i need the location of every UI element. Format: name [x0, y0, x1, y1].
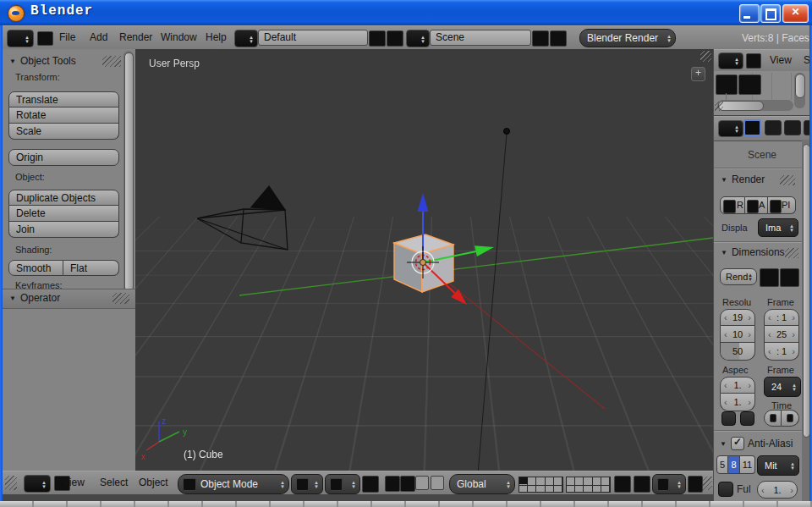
aspect-y-stepper[interactable]: 1. [720, 394, 755, 411]
shading-dropdown[interactable] [291, 474, 323, 494]
outliner-h-scrollbar[interactable] [717, 100, 793, 111]
area-corner-grip[interactable] [715, 102, 723, 111]
resolution-percent-slider[interactable]: 50 [720, 343, 755, 361]
delete-layout-button[interactable] [387, 30, 403, 47]
render-panel-header[interactable]: ▼Render [721, 174, 765, 185]
menu-help[interactable]: Help [206, 26, 227, 49]
render-animation-button[interactable]: A [745, 196, 768, 214]
join-button[interactable]: Join [8, 222, 119, 238]
full-sample-checkbox[interactable] [718, 482, 733, 497]
mode-dropdown[interactable]: Object Mode [178, 474, 289, 494]
area-corner-grip[interactable] [5, 476, 17, 490]
frame-end-stepper[interactable]: 25 [764, 326, 799, 343]
antialias-panel-header[interactable]: ▼ [720, 438, 731, 449]
lamp-object[interactable] [478, 129, 510, 471]
translate-button[interactable]: Translate [8, 91, 119, 107]
tab-scene[interactable] [765, 120, 782, 135]
viewport-3d[interactable]: z y x User Persp (1) Cube + [135, 49, 713, 471]
border-checkbox[interactable] [721, 411, 736, 426]
menu-file[interactable]: File [59, 26, 75, 49]
filter-dropdown[interactable]: Mit [757, 455, 799, 476]
rotate-button[interactable]: Rotate [8, 107, 119, 124]
outliner-item-icon[interactable] [716, 74, 738, 95]
frame-step-stepper[interactable]: : 1 [764, 343, 799, 361]
minimize-button[interactable] [739, 4, 760, 23]
framerate-dropdown[interactable]: 24 [764, 377, 801, 397]
screen-layout-dropdown[interactable] [234, 30, 258, 47]
add-scene-button[interactable] [532, 30, 549, 47]
scrollbar-thumb[interactable] [718, 101, 764, 111]
layers-grid-1[interactable] [518, 477, 563, 493]
maximize-button[interactable] [760, 4, 781, 23]
tool-shelf-scrollbar[interactable] [123, 51, 134, 295]
add-layout-button[interactable] [369, 30, 386, 47]
viewport-canvas[interactable]: z y x User Persp (1) Cube [135, 49, 713, 471]
smooth-button[interactable]: Smooth [8, 260, 63, 276]
samples-11-button[interactable]: 11 [740, 455, 755, 474]
area-corner-grip[interactable] [703, 477, 712, 490]
region-expand-button[interactable]: + [691, 67, 705, 81]
manipulator-translate-toggle[interactable] [400, 476, 415, 492]
scene-field[interactable]: Scene [430, 30, 531, 46]
menu-collapse-toggle[interactable] [746, 53, 761, 69]
panel-drag-grip[interactable] [112, 293, 129, 304]
render-play-button[interactable]: PI [768, 196, 796, 214]
render-image-button[interactable]: R [720, 196, 745, 214]
editor-type-dropdown[interactable] [718, 52, 743, 69]
outliner-v-scrollbar[interactable] [794, 73, 805, 108]
tab-world[interactable] [784, 120, 801, 135]
samples-8-button-active[interactable]: 8 [728, 455, 740, 474]
delete-button[interactable]: Delete [8, 206, 119, 222]
manipulator-y-arrowhead[interactable] [475, 245, 494, 256]
screen-layout-field[interactable]: Default [258, 30, 368, 46]
layers-grid-2[interactable] [566, 477, 611, 493]
camera-object[interactable] [197, 186, 288, 250]
editor-type-dropdown[interactable] [718, 120, 743, 137]
panel-drag-grip[interactable] [785, 248, 798, 258]
panel-drag-grip[interactable] [780, 175, 795, 185]
antialias-checkbox[interactable] [731, 437, 744, 450]
preset-add-button[interactable] [760, 268, 779, 287]
manipulator-scale-toggle[interactable] [431, 476, 444, 490]
frame-start-stepper[interactable]: : 1 [764, 309, 799, 326]
manipulator-z-arrowhead[interactable] [418, 193, 429, 212]
editor-type-dropdown[interactable] [7, 30, 34, 47]
orientation-dropdown[interactable]: Global [449, 474, 515, 494]
editor-type-dropdown[interactable] [24, 475, 51, 493]
time-remap-old-button[interactable] [764, 410, 782, 427]
select-menu[interactable]: Select [100, 471, 128, 494]
resolution-y-stepper[interactable]: 10 [720, 326, 755, 343]
scrollbar-thumb[interactable] [795, 74, 805, 98]
samples-5-button[interactable]: 5 [716, 455, 728, 474]
pivot-align-toggle[interactable] [362, 476, 379, 493]
delete-scene-button[interactable] [550, 30, 567, 47]
flat-button[interactable]: Flat [63, 260, 119, 276]
scrollbar-thumb[interactable] [124, 52, 134, 291]
manipulator-rotate-toggle[interactable] [415, 476, 429, 490]
preset-remove-button[interactable] [780, 268, 799, 287]
pivot-dropdown[interactable] [325, 474, 360, 494]
dimensions-panel-header[interactable]: ▼Dimensions [721, 246, 785, 258]
proportional-edit-toggle[interactable] [634, 476, 650, 493]
scene-dropdown[interactable] [406, 30, 430, 47]
active-layer-cell[interactable] [519, 477, 528, 484]
filter-size-stepper[interactable]: 1. [757, 481, 798, 499]
outliner-body[interactable] [714, 71, 810, 115]
scale-button[interactable]: Scale [8, 124, 119, 140]
manipulator-toggle[interactable] [385, 476, 400, 492]
origin-button[interactable]: Origin [8, 149, 119, 166]
object-tools-panel-header[interactable]: ▼Object Tools [9, 55, 76, 67]
menu-render[interactable]: Render [119, 26, 152, 49]
panel-drag-grip[interactable] [102, 56, 121, 67]
menu-add[interactable]: Add [90, 26, 107, 49]
duplicate-objects-button[interactable]: Duplicate Objects [8, 190, 119, 206]
tab-render-active[interactable] [743, 119, 761, 136]
render-presets-dropdown[interactable]: Rend [720, 268, 757, 285]
menu-window[interactable]: Window [161, 26, 197, 49]
operator-panel-header[interactable]: ▼Operator [3, 289, 135, 309]
outliner-menu-view[interactable]: View [770, 50, 792, 71]
outliner-item-icon[interactable] [738, 74, 761, 95]
display-dropdown[interactable]: Ima [758, 218, 798, 237]
render-engine-dropdown[interactable]: Blender Render [579, 29, 676, 47]
time-remap-new-button[interactable] [782, 410, 799, 427]
